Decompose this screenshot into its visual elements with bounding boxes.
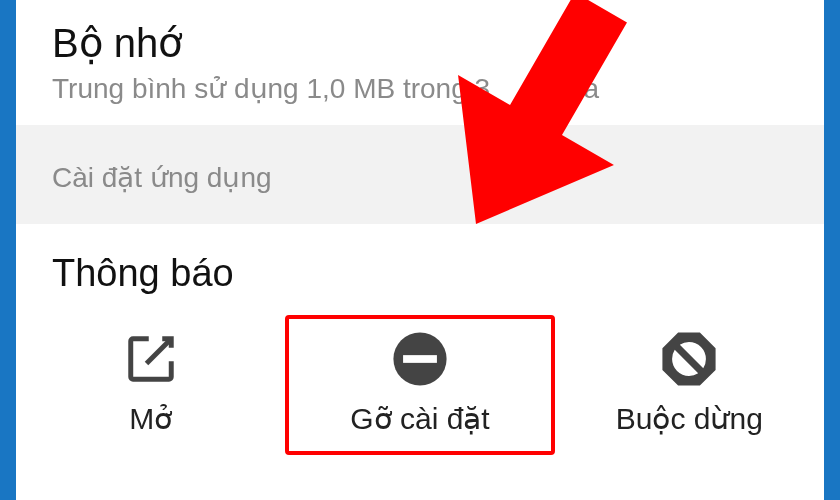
minus-circle-icon [390,329,450,389]
uninstall-button[interactable]: Gỡ cài đặt [285,315,554,455]
memory-subtitle: Trung bình sử dụng 1,0 MB trong 3 qua [52,72,796,105]
open-icon [121,329,181,389]
open-button[interactable]: Mở [16,315,285,455]
open-label: Mở [129,401,172,436]
force-stop-label: Buộc dừng [616,401,763,436]
bottom-action-bar: Mở Gỡ cài đặt Buộc dừng [16,303,824,467]
app-settings-header: Cài đặt ứng dụng [16,125,824,224]
memory-title: Bộ nhớ [52,20,796,66]
notifications-section[interactable]: Thông báo [16,224,824,303]
svg-rect-1 [403,355,437,363]
memory-section[interactable]: Bộ nhớ Trung bình sử dụng 1,0 MB trong 3… [16,0,824,125]
device-frame: Bộ nhớ Trung bình sử dụng 1,0 MB trong 3… [0,0,840,500]
app-settings-label: Cài đặt ứng dụng [52,161,796,194]
notifications-title: Thông báo [52,252,796,295]
uninstall-label: Gỡ cài đặt [350,401,489,436]
force-stop-button[interactable]: Buộc dừng [555,315,824,455]
block-icon [659,329,719,389]
